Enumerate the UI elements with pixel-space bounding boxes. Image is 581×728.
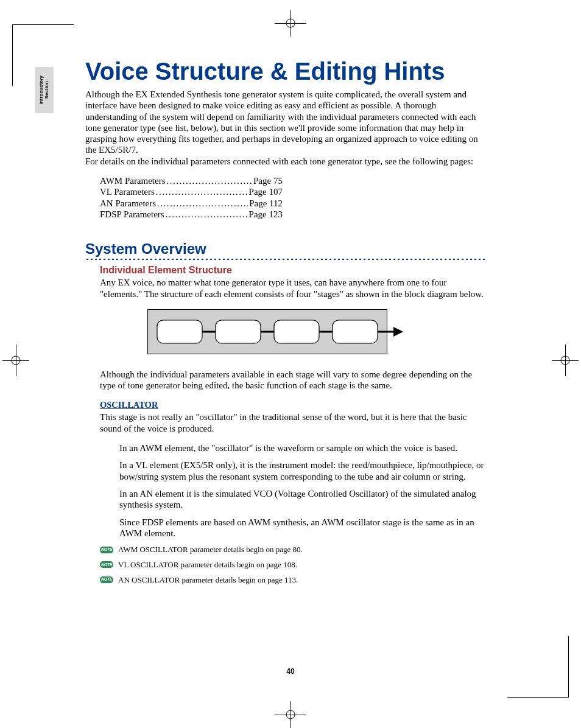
note-line: NOTE AWM OSCILLATOR parameter details be… [100,545,487,555]
reg-mark-icon [283,702,298,727]
intro-paragraph: Although the EX Extended Synthesis tone … [85,89,487,167]
leader-dots: ............................ [167,175,253,186]
param-label: VL Parameters [100,186,155,197]
param-row: AWM Parameters .........................… [100,175,283,186]
dotted-rule [85,257,487,261]
svg-marker-9 [393,327,403,337]
bullet-item: Since FDSP elements are based on AWM syn… [119,517,487,539]
subsection-heading: Individual Element Structure [100,265,487,276]
section-tab: IntroductorySection [35,67,54,113]
svg-rect-4 [333,320,378,343]
leader-dots: ............................... [157,198,248,209]
param-page: Page 75 [253,175,283,186]
param-page: Page 112 [249,198,283,209]
crop-corner-bottom-right [507,636,569,698]
note-badge-icon: NOTE [100,561,113,568]
param-row: FDSP Parameters ........................… [100,209,283,220]
reg-mark-icon [553,353,577,368]
registration-mark-top [283,11,298,35]
section-heading: System Overview [85,240,487,257]
page-number: 40 [286,667,294,676]
parameter-page-list: AWM Parameters .........................… [100,175,283,220]
note-badge-icon: NOTE [100,576,113,583]
reg-mark-icon [4,353,28,368]
leader-dots: ............................ [166,209,248,220]
param-row: AN Parameters ..........................… [100,198,283,209]
page-title: Voice Structure & Editing Hints [85,58,487,85]
reg-mark-icon [283,11,298,35]
registration-mark-right [553,353,577,368]
page-content: Voice Structure & Editing Hints Although… [85,58,487,590]
registration-mark-bottom [283,702,298,727]
oscillator-heading: OSCILLATOR [100,400,487,411]
note-text: AN OSCILLATOR parameter details begin on… [118,575,298,585]
note-text: VL OSCILLATOR parameter details begin on… [118,560,297,570]
note-line: NOTE AN OSCILLATOR parameter details beg… [100,575,487,585]
param-label: AWM Parameters [100,175,166,186]
param-label: AN Parameters [100,198,156,209]
param-row: VL Parameters ..........................… [100,186,283,197]
bullet-item: In an AN element it is the simulated VCO… [119,488,487,511]
element-structure-paragraph: Any EX voice, no matter what tone genera… [100,277,487,299]
leader-dots: ................................ [156,186,248,197]
stages-block-diagram [147,309,487,357]
param-label: FDSP Parameters [100,209,164,220]
param-page: Page 107 [249,186,283,197]
oscillator-details: In an AWM element, the "oscillator" is t… [119,443,487,539]
param-page: Page 123 [249,209,283,220]
section-tab-label: IntroductorySection [39,75,50,104]
svg-rect-2 [216,320,261,343]
bullet-item: In a VL element (EX5/5R only), it is the… [119,460,487,482]
svg-rect-1 [157,320,202,343]
although-paragraph: Although the individual parameters avail… [100,369,487,391]
note-text: AWM OSCILLATOR parameter details begin o… [118,545,303,555]
note-badge-icon: NOTE [100,547,113,553]
oscillator-paragraph: This stage is not really an "oscillator"… [100,411,487,434]
bullet-item: In an AWM element, the "oscillator" is t… [119,443,487,453]
note-line: NOTE VL OSCILLATOR parameter details beg… [100,560,487,570]
svg-rect-3 [274,320,319,343]
registration-mark-left [4,353,28,368]
